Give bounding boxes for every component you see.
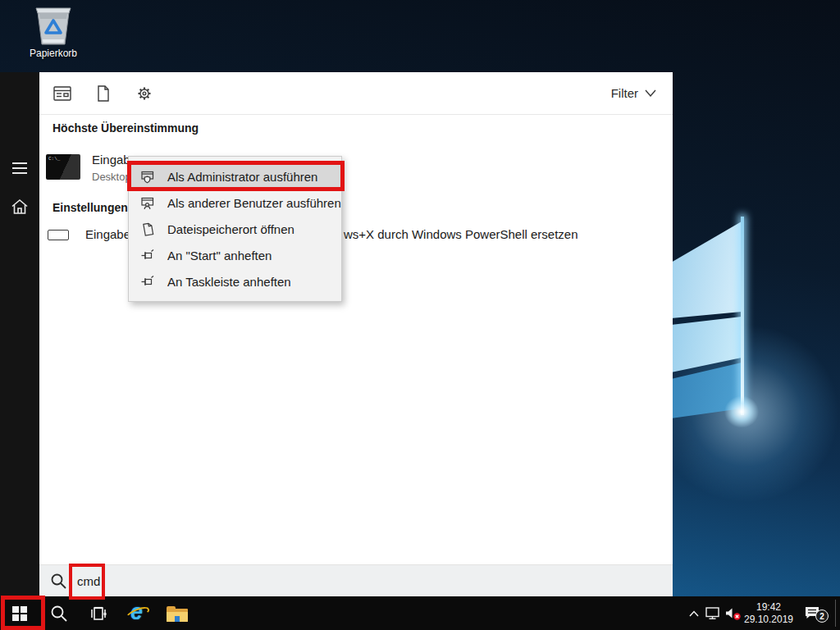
- shield-window-icon: [141, 170, 155, 184]
- start-search-panel: Filter Höchste Übereinstimmung Eingabe D…: [39, 72, 673, 596]
- menu-item-label: Dateispeicherort öffnen: [167, 222, 294, 236]
- network-tray-icon[interactable]: [704, 596, 722, 630]
- menu-item-open-file-location[interactable]: Dateispeicherort öffnen: [129, 216, 341, 242]
- menu-item-label: Als Administrator ausführen: [167, 170, 317, 184]
- pin-icon: [141, 249, 155, 262]
- pin-icon: [141, 275, 155, 289]
- windows-logo-wallpaper: [671, 212, 746, 418]
- command-prompt-icon: [46, 154, 80, 180]
- apps-filter-icon[interactable]: [52, 84, 72, 103]
- chevron-up-icon: [689, 610, 699, 617]
- search-bar[interactable]: cmd: [39, 564, 673, 596]
- start-button[interactable]: [0, 596, 39, 630]
- recycle-bin-icon: [31, 7, 75, 46]
- console-window-icon: [48, 230, 69, 240]
- windows-logo-icon: [12, 606, 27, 621]
- recycle-bin-desktop-icon[interactable]: Papierkorb: [16, 7, 90, 59]
- settings-filter-icon[interactable]: [135, 84, 154, 103]
- menu-item-label: An "Start" anheften: [167, 249, 272, 262]
- notification-badge: 2: [815, 609, 829, 623]
- menu-item-label: Als anderer Benutzer ausführen: [167, 196, 341, 210]
- file-location-icon: [141, 222, 155, 236]
- menu-item-pin-to-start[interactable]: An "Start" anheften: [129, 242, 341, 268]
- task-view-icon: [89, 605, 107, 622]
- search-icon: [50, 605, 68, 623]
- menu-item-label: An Taskleiste anheften: [167, 275, 291, 289]
- search-icon: [50, 573, 67, 590]
- volume-muted-icon: [724, 606, 742, 621]
- start-menu-left-rail: [0, 72, 39, 596]
- search-input[interactable]: cmd: [77, 574, 100, 588]
- search-category-bar: Filter: [39, 72, 673, 115]
- file-explorer-icon: [167, 605, 188, 622]
- user-window-icon: [141, 196, 155, 210]
- hamburger-menu-icon[interactable]: [12, 162, 27, 174]
- clock-time: 19:42: [756, 601, 781, 614]
- context-menu: Als Administrator ausführen Als anderer …: [128, 156, 342, 302]
- filter-dropdown[interactable]: Filter: [611, 86, 673, 100]
- settings-heading: Einstellungen: [52, 201, 128, 214]
- volume-muted-tray-icon[interactable]: [724, 596, 743, 630]
- action-center-button[interactable]: 2: [801, 596, 832, 630]
- documents-filter-icon[interactable]: [94, 84, 113, 103]
- menu-item-run-as-other-user[interactable]: Als anderer Benutzer ausführen: [129, 189, 341, 216]
- menu-item-run-as-administrator[interactable]: Als Administrator ausführen: [129, 163, 341, 189]
- menu-item-pin-to-taskbar[interactable]: An Taskleiste anheften: [129, 268, 341, 294]
- clock-date: 29.10.2019: [744, 614, 793, 626]
- settings-result-text-suffix: ws+X durch Windows PowerShell ersetzen: [344, 227, 578, 241]
- tray-expand-button[interactable]: [686, 596, 702, 630]
- show-desktop-divider[interactable]: [835, 600, 836, 627]
- home-icon[interactable]: [11, 198, 29, 216]
- chevron-down-icon: [645, 89, 656, 97]
- recycle-bin-label: Papierkorb: [16, 48, 90, 59]
- taskbar-clock[interactable]: 19:42 29.10.2019: [743, 596, 794, 630]
- internet-explorer-icon: e: [126, 601, 150, 626]
- task-view-button[interactable]: [79, 596, 118, 630]
- taskbar: e: [0, 596, 840, 630]
- file-explorer-button[interactable]: [158, 596, 197, 630]
- best-match-heading: Höchste Übereinstimmung: [52, 121, 199, 135]
- filter-label: Filter: [611, 86, 638, 100]
- network-icon: [705, 607, 721, 620]
- screen: Papierkorb: [0, 0, 840, 630]
- taskbar-search-button[interactable]: [39, 596, 79, 630]
- internet-explorer-button[interactable]: e: [118, 596, 158, 630]
